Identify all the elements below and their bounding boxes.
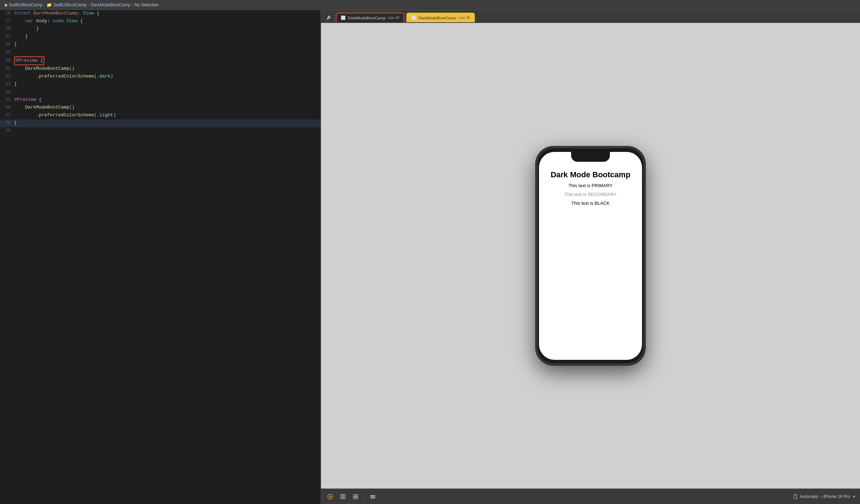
code-line-26: 26 } (0, 25, 321, 33)
code-line-32: 32 .preferredColorScheme(.dark) (0, 73, 321, 81)
app-text-black: This text is BLACK (571, 201, 610, 206)
line-content-37: .preferredColorScheme(.light) (14, 112, 321, 119)
line-content-33: } (14, 81, 321, 88)
preview-tabs: ⬜ DarkModeBootCamp Line 30 ⬜ DarkModeBoo… (321, 10, 860, 23)
play-button[interactable] (325, 492, 335, 501)
line-num-27: 27 (0, 33, 14, 40)
breadcrumb-icon-swift: ◆ (4, 2, 7, 7)
breadcrumb-current: No Selection (134, 2, 158, 7)
line-num-33: 33 (0, 81, 14, 87)
code-line-33: 33 } (0, 81, 321, 88)
iphone-notch (571, 152, 610, 162)
svg-rect-10 (370, 495, 375, 496)
breadcrumb-sep-3: › (132, 2, 133, 7)
line-num-32: 32 (0, 73, 14, 80)
code-line-28: 28 } (0, 41, 321, 49)
line-num-28: 28 (0, 41, 14, 48)
preview-tab-dark[interactable]: ⬜ DarkModeBootCamp Line 30 (336, 13, 404, 22)
line-num-37: 37 (0, 112, 14, 118)
toolbar-separator (364, 493, 364, 500)
breadcrumb-sep-2: › (88, 2, 89, 7)
line-num-34: 34 (0, 88, 14, 95)
code-line-34: 34 (0, 88, 321, 96)
line-content-10: struct DarkModeBootCamp: View { (14, 10, 321, 17)
tab-dark-label: DarkModeBootCamp (348, 16, 386, 20)
breadcrumb-sep-1: › (44, 2, 45, 7)
svg-point-15 (795, 498, 796, 498)
line-num-29: 29 (0, 49, 14, 55)
code-line-31: 31 DarkModeBootCamp() (0, 65, 321, 73)
preview-content: Dark Mode Bootcamp This text is PRIMARY … (321, 23, 860, 488)
line-content-26: } (14, 25, 321, 33)
line-num-26: 26 (0, 25, 14, 32)
svg-rect-9 (356, 497, 358, 499)
device-selector[interactable]: Automatic – iPhone 16 Pro (793, 494, 856, 499)
line-num-36: 36 (0, 104, 14, 111)
line-content-32: .preferredColorScheme(.dark) (14, 73, 321, 80)
line-num-10: 10 (0, 10, 14, 17)
breadcrumb: ◆ SwiftUIBootCamp › 📁 SwiftUIBootCamp › … (0, 0, 860, 10)
line-num-30: 30 (0, 57, 14, 64)
breadcrumb-item-3[interactable]: DarkModeBootCamp (91, 2, 130, 7)
code-line-38: 38 } (0, 119, 321, 127)
tab-dark-icon: ⬜ (341, 16, 346, 20)
line-num-39: 39 (0, 127, 14, 134)
svg-rect-6 (353, 494, 355, 496)
settings-button[interactable] (368, 492, 378, 501)
svg-rect-8 (353, 497, 355, 499)
line-content-11: var body: some View { (14, 18, 321, 25)
preview-panel: ⬜ DarkModeBootCamp Line 30 ⬜ DarkModeBoo… (321, 10, 860, 504)
code-line-29: 29 (0, 49, 321, 56)
tab-light-line: Line 35 (459, 16, 470, 20)
svg-rect-14 (795, 495, 796, 495)
iphone-app-content: Dark Mode Bootcamp This text is PRIMARY … (539, 162, 642, 360)
inspect-button[interactable] (338, 492, 348, 501)
svg-marker-1 (329, 496, 332, 498)
iphone-frame: Dark Mode Bootcamp This text is PRIMARY … (536, 147, 645, 365)
app-text-primary: This text is PRIMARY (569, 183, 613, 188)
code-line-27: 27 } (0, 33, 321, 41)
line-content-36: DarkModeBootCamp() (14, 104, 321, 111)
code-line-37: 37 .preferredColorScheme(.light) (0, 112, 321, 119)
svg-rect-7 (356, 494, 358, 496)
svg-rect-11 (370, 496, 375, 497)
bottom-toolbar: Automatic – iPhone 16 Pro (321, 488, 860, 504)
line-content-27: } (14, 33, 321, 41)
code-line-10: 10 struct DarkModeBootCamp: View { (0, 10, 321, 18)
line-content-35: #Preview { (14, 96, 321, 104)
breadcrumb-item-1[interactable]: SwiftUIBootCamp (9, 2, 42, 7)
tab-dark-line: Line 30 (388, 16, 399, 20)
tab-light-label: DarkModeBootCamp (418, 16, 456, 20)
code-line-11: 11 var body: some View { (0, 18, 321, 25)
device-label: Automatic – iPhone 16 Pro (800, 494, 850, 499)
code-line-30: 30 #Preview { (0, 56, 321, 65)
code-editor[interactable]: 10 struct DarkModeBootCamp: View { 11 va… (0, 10, 321, 504)
line-content-31: DarkModeBootCamp() (14, 65, 321, 73)
code-line-39: 39 (0, 127, 321, 135)
line-num-11: 11 (0, 18, 14, 24)
breadcrumb-item-2[interactable]: SwiftUIBootCamp (53, 2, 87, 7)
svg-rect-12 (370, 498, 375, 498)
line-content-28: } (14, 41, 321, 48)
line-num-31: 31 (0, 65, 14, 72)
pin-button[interactable] (324, 13, 334, 23)
line-num-38: 38 (0, 119, 14, 126)
tab-light-icon: ⬜ (411, 16, 416, 20)
app-text-secondary: This text is SECONDARY (564, 192, 617, 197)
code-content: 10 struct DarkModeBootCamp: View { 11 va… (0, 10, 321, 504)
code-line-36: 36 DarkModeBootCamp() (0, 104, 321, 112)
preview-tab-light[interactable]: ⬜ DarkModeBootCamp Line 35 (406, 13, 475, 22)
line-content-30: #Preview { (14, 56, 321, 65)
iphone-screen: Dark Mode Bootcamp This text is PRIMARY … (539, 152, 642, 360)
grid-button[interactable] (351, 492, 361, 501)
line-content-38: } (14, 119, 321, 127)
app-title: Dark Mode Bootcamp (551, 170, 630, 179)
code-line-35: 35 #Preview { (0, 96, 321, 104)
line-num-35: 35 (0, 96, 14, 103)
breadcrumb-folder-icon: 📁 (47, 2, 52, 7)
main-area: 10 struct DarkModeBootCamp: View { 11 va… (0, 10, 860, 504)
